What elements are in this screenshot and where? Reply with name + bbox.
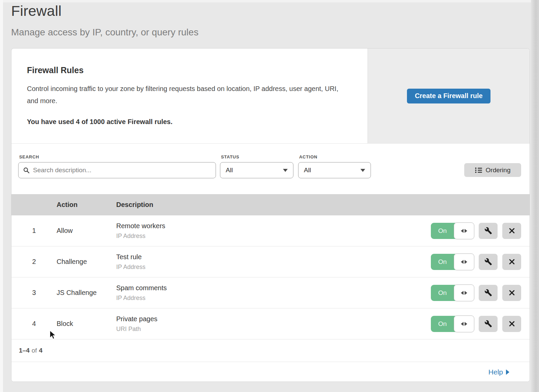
toggle-handle[interactable]	[454, 315, 474, 332]
rule-enabled-toggle[interactable]: On	[431, 285, 474, 301]
table-row: 1 Allow Remote workers IP Address On	[11, 215, 530, 246]
rule-controls: On	[431, 285, 530, 301]
rule-description: Test rule	[116, 253, 431, 261]
arrow-right-icon	[506, 369, 509, 375]
rule-match-type: URI Path	[116, 326, 431, 333]
action-filter-group: ACTION All	[298, 154, 371, 178]
wrench-icon	[484, 320, 492, 328]
edit-rule-button[interactable]	[479, 223, 498, 239]
table-row: 2 Challenge Test rule IP Address On	[11, 246, 530, 277]
edit-rule-button[interactable]	[479, 285, 498, 301]
rule-action: Allow	[57, 227, 116, 235]
rule-action: JS Challenge	[57, 289, 116, 297]
delete-rule-button[interactable]	[502, 223, 521, 239]
action-selected-value: All	[304, 167, 311, 174]
toggle-handle[interactable]	[454, 222, 474, 239]
rules-heading: Firewall Rules	[27, 65, 347, 75]
rule-controls: On	[431, 316, 530, 332]
description-column-header: Description	[116, 201, 530, 209]
rule-description: Private pages	[116, 315, 431, 323]
toggle-left-arrow-icon	[461, 229, 464, 233]
rule-description: Remote workers	[116, 222, 431, 230]
status-filter-group: STATUS All	[220, 154, 293, 178]
toggle-right-arrow-icon	[465, 291, 467, 295]
table-row: 3 JS Challenge Spam comments IP Address …	[11, 277, 530, 308]
search-label: SEARCH	[18, 154, 216, 159]
search-input[interactable]	[33, 167, 211, 174]
edit-rule-button[interactable]	[479, 316, 498, 332]
rules-usage-note: You have used 4 of 1000 active Firewall …	[27, 118, 347, 126]
pagination-of: of	[32, 347, 37, 354]
table-row: 4 Block Private pages URI Path On	[11, 308, 530, 339]
page-title: Firewall	[11, 3, 62, 19]
toggle-right-arrow-icon	[465, 322, 467, 326]
rule-description: Spam comments	[116, 284, 431, 292]
window-frame-left	[0, 0, 3, 392]
rule-controls: On	[431, 254, 530, 270]
rule-priority: 2	[11, 258, 57, 266]
toggle-handle[interactable]	[454, 284, 474, 301]
wrench-icon	[484, 289, 492, 297]
rules-overview-section: Firewall Rules Control incoming traffic …	[11, 49, 530, 144]
toggle-left-arrow-icon	[461, 291, 464, 295]
rule-match-type: IP Address	[116, 295, 431, 302]
toggle-right-arrow-icon	[465, 260, 467, 264]
delete-rule-button[interactable]	[502, 254, 521, 270]
status-selected-value: All	[226, 167, 233, 174]
edit-rule-button[interactable]	[479, 254, 498, 270]
table-header: Action Description	[11, 194, 530, 215]
action-select[interactable]: All	[298, 162, 371, 178]
action-label: ACTION	[298, 154, 371, 159]
search-box	[18, 162, 216, 178]
rule-action: Block	[57, 320, 116, 328]
firewall-rules-card: Firewall Rules Control incoming traffic …	[11, 48, 530, 382]
rule-enabled-toggle[interactable]: On	[431, 316, 474, 332]
pagination-range: 1–4	[19, 347, 30, 354]
action-column-header: Action	[57, 201, 116, 209]
close-icon	[508, 289, 515, 296]
rule-controls: On	[431, 223, 530, 239]
help-link-label: Help	[488, 368, 503, 376]
help-row: Help	[11, 362, 530, 382]
rule-match-type: IP Address	[116, 233, 431, 240]
rule-priority: 1	[11, 227, 57, 235]
rule-description-cell: Remote workers IP Address	[116, 222, 431, 240]
delete-rule-button[interactable]	[502, 285, 521, 301]
firewall-page: Firewall Manage access by IP, country, o…	[0, 0, 539, 392]
rule-priority: 3	[11, 289, 57, 297]
ordered-list-icon	[475, 167, 482, 173]
rule-description-cell: Private pages URI Path	[116, 315, 431, 333]
rule-priority: 4	[11, 320, 57, 328]
chevron-down-icon	[360, 169, 365, 172]
status-label: STATUS	[220, 154, 293, 159]
status-select[interactable]: All	[220, 162, 293, 178]
close-icon	[508, 320, 515, 327]
toggle-left-arrow-icon	[461, 322, 464, 326]
create-rule-panel: Create a Firewall rule	[368, 49, 530, 143]
ordering-button[interactable]: Ordering	[464, 163, 521, 177]
ordering-button-label: Ordering	[486, 167, 511, 174]
toggle-handle[interactable]	[454, 253, 474, 270]
help-link[interactable]: Help	[488, 368, 509, 376]
toggle-right-arrow-icon	[465, 229, 467, 233]
filter-bar: SEARCH STATUS All ACTION	[11, 144, 530, 194]
rule-description-cell: Spam comments IP Address	[116, 284, 431, 302]
page-subtitle: Manage access by IP, country, or query r…	[11, 27, 198, 38]
delete-rule-button[interactable]	[502, 316, 521, 332]
search-filter-group: SEARCH	[18, 154, 216, 178]
rule-enabled-toggle[interactable]: On	[431, 254, 474, 270]
create-firewall-rule-button[interactable]: Create a Firewall rule	[407, 89, 490, 103]
rule-match-type: IP Address	[116, 264, 431, 271]
pagination-row: 1–4 of 4	[11, 339, 530, 362]
window-frame-top	[0, 0, 539, 2]
pagination-total: 4	[39, 347, 43, 354]
search-icon	[23, 167, 30, 174]
close-icon	[508, 258, 515, 265]
toggle-on-label: On	[431, 316, 454, 332]
rule-action: Challenge	[57, 258, 116, 266]
chevron-down-icon	[283, 169, 288, 172]
toggle-on-label: On	[431, 285, 454, 301]
rules-info: Firewall Rules Control incoming traffic …	[11, 49, 368, 143]
rule-enabled-toggle[interactable]: On	[431, 223, 474, 239]
wrench-icon	[484, 227, 492, 235]
